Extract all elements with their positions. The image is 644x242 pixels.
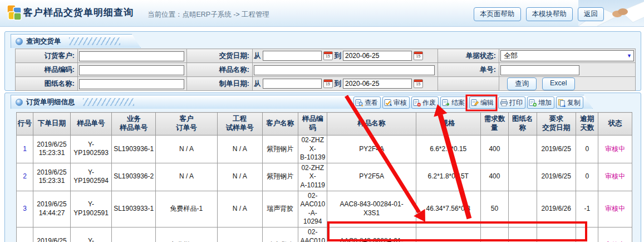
col-engineering-trial-no: 工程 试样单号 — [217, 113, 262, 135]
cell-drawing-name — [509, 227, 537, 242]
cell-demand-qty: 400 — [480, 135, 508, 163]
cell-required-delivery-date: 2019/6/26 — [537, 227, 576, 242]
query-panel-title: 查询交货单 — [26, 37, 61, 46]
cell-status: 审核中 — [598, 163, 632, 191]
to-label: 到 — [335, 51, 342, 61]
col-demand-qty: 需求数量 — [480, 113, 508, 135]
cell-row-no[interactable]: 3 — [17, 191, 33, 227]
cell-drawing-name — [509, 135, 537, 163]
cell-sample-name: PY2F5A — [327, 163, 416, 191]
make-date-from-input[interactable] — [263, 79, 322, 89]
module-help-button[interactable]: 本模块帮助 — [526, 7, 573, 21]
delivery-date-label: 交货日期: — [187, 49, 253, 63]
cell-required-delivery-date: 2019/6/26 — [537, 191, 576, 227]
hatch-decoration — [83, 98, 134, 106]
page-title: 客户样品交货单明细查询 — [23, 6, 134, 19]
calendar-icon[interactable] — [323, 51, 333, 60]
cell-customer-name: 紫翔钢片 — [262, 163, 298, 191]
cell-drawing-name — [509, 191, 537, 227]
view-button[interactable]: 查看 — [353, 96, 381, 109]
col-customer-order-no: 客户 订单号 — [155, 113, 217, 135]
cell-row-no[interactable]: 1 — [17, 135, 33, 163]
cell-spec: 6.2*1.8*0.15T — [416, 163, 480, 191]
table-row[interactable]: 22019/6/25 15:23:31Y- YP1902594SL1903936… — [17, 163, 632, 191]
cell-sample-name: PY2F4A — [327, 135, 416, 163]
calendar-icon[interactable] — [323, 79, 333, 88]
cell-engineering-trial-no: N / A — [217, 163, 262, 191]
sample-name-input[interactable] — [254, 65, 435, 75]
doc-no-label: 单号: — [438, 63, 499, 77]
delivery-date-to-input[interactable] — [343, 51, 412, 61]
void-button[interactable]: 作废 — [411, 96, 439, 109]
doc-status-select[interactable]: 全部 ▼ — [500, 50, 634, 61]
cell-row-no[interactable]: 4 — [17, 227, 33, 242]
cell-status: 审核中 — [598, 227, 632, 242]
close-case-icon — [442, 99, 450, 107]
audit-button-label: 审核 — [394, 98, 407, 108]
drawing-name-input[interactable] — [79, 79, 184, 89]
cell-customer-name: 瑞声背胶 — [262, 227, 298, 242]
cell-order-date: 2019/6/25 14:44:27 — [33, 191, 71, 227]
page-help-button[interactable]: 本页面帮助 — [474, 7, 521, 21]
excel-button[interactable]: Excel — [542, 78, 575, 90]
cell-status: 审核中 — [598, 135, 632, 163]
add-button[interactable]: 增加 — [527, 96, 554, 109]
cell-demand-qty: 50 — [480, 191, 508, 227]
cell-status: 审核中 — [598, 191, 632, 227]
table-row[interactable]: 32019/6/25 14:44:27Y- YP1902591SL1903933… — [17, 191, 632, 227]
print-icon — [500, 99, 508, 107]
top-header: 客户样品交货单明细查询 当前位置：点晴ERP子系统 -> 工程管理 本页面帮助本… — [0, 0, 644, 27]
cell-row-no[interactable]: 2 — [17, 163, 33, 191]
chevron-down-icon: ▼ — [627, 53, 632, 59]
page: 客户样品交货单明细查询 当前位置：点晴ERP子系统 -> 工程管理 本页面帮助本… — [0, 0, 644, 242]
back-button[interactable]: 返回 — [578, 7, 604, 21]
edit-button[interactable]: 编辑 — [469, 96, 496, 109]
drawing-name-label: 图纸名称: — [16, 77, 78, 91]
cell-sample-order-no: Y- YP1902593 — [70, 135, 112, 163]
calendar-icon[interactable] — [414, 51, 423, 60]
cell-sample-code: 02-ZHZX- A-10119 — [298, 163, 327, 191]
cell-order-date: 2019/6/25 15:23:31 — [33, 163, 71, 191]
copy-icon — [558, 99, 566, 107]
app-logo-icon — [7, 4, 22, 23]
col-spec: 规格 — [416, 113, 480, 135]
cell-engineering-trial-no: N / A — [217, 135, 262, 163]
calendar-icon[interactable] — [414, 79, 423, 88]
edit-button-label: 编辑 — [480, 98, 494, 108]
view-icon — [355, 99, 363, 107]
from-label: 从 — [254, 51, 261, 61]
cell-sample-name: AAC8-843-00284-01- X3S2 — [327, 227, 416, 242]
cell-business-sample-no: SL1903933-2 — [112, 227, 156, 242]
order-customer-input[interactable] — [79, 51, 184, 61]
detail-panel-tab: 订货单明细信息 查看审核作废结案编辑打印增加复制 — [11, 95, 593, 109]
cell-overdue-days: 0 — [576, 135, 598, 163]
audit-icon — [384, 99, 392, 107]
close-case-button[interactable]: 结案 — [440, 96, 468, 109]
add-icon — [529, 99, 537, 107]
cell-order-date: 2019/6/25 15:23:31 — [33, 135, 71, 163]
print-button[interactable]: 打印 — [498, 96, 525, 109]
table-row[interactable]: 42019/6/25 14:44:27Y- YP1902592SL1903933… — [17, 227, 632, 242]
table-row[interactable]: 12019/6/25 15:23:31Y- YP1902593SL1903936… — [17, 135, 632, 163]
view-button-label: 查看 — [365, 98, 378, 108]
make-date-to-input[interactable] — [343, 79, 412, 89]
copy-button[interactable]: 复制 — [556, 96, 583, 109]
edit-icon — [471, 99, 479, 107]
audit-button[interactable]: 审核 — [382, 96, 410, 109]
query-button[interactable]: 查询 — [507, 78, 537, 90]
cell-business-sample-no: SL1903936-2 — [112, 163, 156, 191]
doc-no-input[interactable] — [500, 65, 579, 75]
cell-sample-code: 02- AAC010-A- 10295 — [298, 227, 327, 242]
cell-business-sample-no: SL1903936-1 — [112, 135, 156, 163]
cell-order-date: 2019/6/25 14:44:27 — [33, 227, 71, 242]
delivery-date-from-input[interactable] — [263, 51, 322, 61]
hatch-decoration — [69, 37, 120, 45]
void-icon — [413, 99, 421, 107]
cell-customer-order-no: N / A — [155, 135, 217, 163]
col-drawing-name: 图纸名称 — [509, 113, 537, 135]
header-buttons: 本页面帮助本模块帮助返回 — [474, 7, 604, 21]
sample-code-input[interactable] — [79, 65, 184, 75]
cell-sample-order-no: Y- YP1902594 — [70, 163, 112, 191]
col-status: 状态 — [598, 113, 632, 135]
detail-toolbar: 查看审核作废结案编辑打印增加复制 — [353, 96, 583, 109]
